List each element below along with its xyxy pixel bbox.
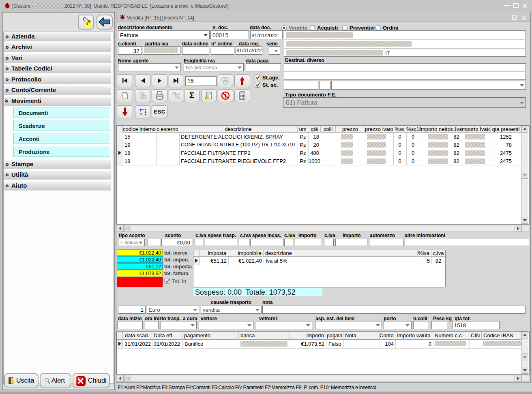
svg-text:!: ! [225,93,226,99]
